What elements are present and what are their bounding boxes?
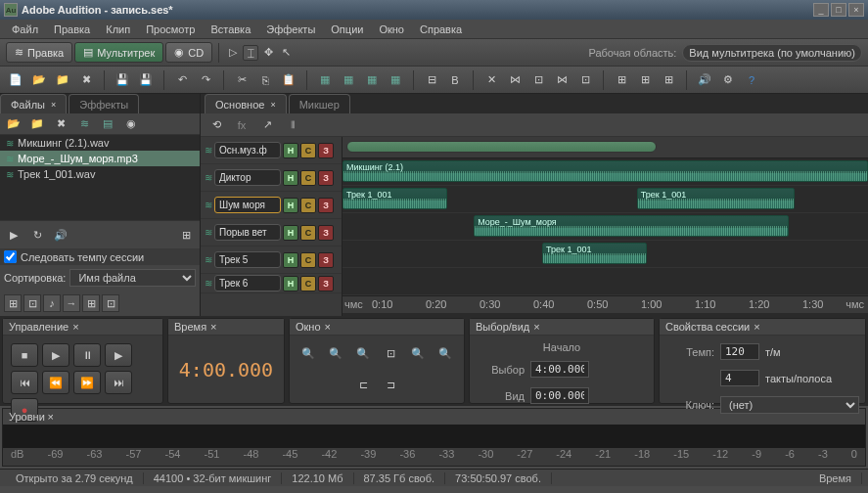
- menu-view[interactable]: Просмотр: [138, 22, 203, 37]
- group2-icon[interactable]: ▦: [339, 70, 358, 90]
- view-start-input[interactable]: [530, 387, 589, 404]
- track-header[interactable]: ≋Диктор НСЗ: [201, 164, 342, 192]
- close-icon[interactable]: ×: [51, 100, 56, 110]
- mode-cd-button[interactable]: ◉ CD: [165, 42, 212, 63]
- track-header[interactable]: ≋Трек 6 НСЗ: [201, 274, 342, 293]
- redo-icon[interactable]: ↷: [196, 70, 215, 90]
- send-icon[interactable]: ↗: [257, 115, 277, 135]
- selection-start-input[interactable]: [530, 361, 589, 378]
- minimize-button[interactable]: _: [813, 3, 829, 17]
- mode-edit-button[interactable]: ≋ Правка: [6, 42, 72, 63]
- select-tool-icon[interactable]: ↖: [278, 45, 294, 61]
- view4-icon[interactable]: →: [63, 294, 80, 312]
- options-icon[interactable]: ⊞: [176, 225, 196, 245]
- trim-icon[interactable]: ⊟: [422, 70, 441, 90]
- snap-icon[interactable]: ⊞: [612, 70, 631, 90]
- cd-add-icon[interactable]: ◉: [121, 114, 141, 134]
- fx4-icon[interactable]: ⋈: [552, 70, 571, 90]
- multi-icon[interactable]: ▤: [98, 114, 117, 134]
- stop-button[interactable]: ■: [11, 343, 38, 367]
- menu-insert[interactable]: Вставка: [203, 22, 258, 37]
- save-icon[interactable]: 💾: [113, 70, 132, 90]
- record-button[interactable]: З: [318, 143, 334, 158]
- timeline-scrollbar[interactable]: [343, 137, 868, 158]
- play-button[interactable]: ▶: [42, 343, 69, 367]
- paste-icon[interactable]: 📋: [279, 70, 298, 90]
- track-header[interactable]: ≋ Осн.муз.ф Н С З: [201, 137, 342, 164]
- move-tool-icon[interactable]: ✥: [260, 45, 276, 61]
- open-icon[interactable]: 📂: [29, 70, 49, 90]
- close-item-icon[interactable]: ✖: [51, 114, 70, 134]
- zoom-out-h-icon[interactable]: 🔍: [326, 343, 345, 363]
- time-ruler[interactable]: чмс 0:100:200:300:400:501:001:101:201:30…: [343, 295, 868, 313]
- solo-button[interactable]: С: [300, 143, 316, 158]
- mode-multitrack-button[interactable]: ▤ Мультитрек: [74, 42, 163, 63]
- menu-file[interactable]: Файл: [4, 22, 46, 37]
- group-icon[interactable]: ▦: [315, 70, 335, 90]
- stop-preview-icon[interactable]: 🔊: [51, 225, 70, 245]
- audio-clip[interactable]: Трек 1_001: [343, 188, 447, 209]
- save-all-icon[interactable]: 💾: [136, 70, 156, 90]
- file-item[interactable]: ≋Море_-_Шум_моря.mp3: [0, 151, 200, 166]
- fx3-icon[interactable]: ⊡: [528, 70, 548, 90]
- file-item[interactable]: ≋Трек 1_001.wav: [0, 166, 200, 182]
- track-header[interactable]: ≋Порыв вет НСЗ: [201, 219, 342, 246]
- cursor-tool-icon[interactable]: ▷: [225, 45, 241, 61]
- pause-button[interactable]: ⏸: [73, 343, 101, 367]
- workspace-select[interactable]: Вид мультитрека (по умолчанию): [682, 44, 862, 62]
- timeline[interactable]: Микшинг (2.1)Трек 1_001Трек 1_001Море_-_…: [343, 137, 868, 316]
- view6-icon[interactable]: ⊡: [102, 294, 119, 312]
- menu-effects[interactable]: Эффекты: [258, 22, 323, 37]
- help-icon[interactable]: ?: [742, 70, 761, 90]
- zoom-left-icon[interactable]: ⊏: [353, 376, 373, 395]
- play-loop-button[interactable]: ▶: [105, 343, 132, 367]
- forward-button[interactable]: ⏩: [73, 371, 101, 394]
- beats-input[interactable]: [720, 370, 759, 386]
- close-icon[interactable]: ×: [48, 411, 54, 423]
- close-icon[interactable]: ×: [72, 321, 78, 333]
- fx-icon[interactable]: fx: [232, 115, 251, 135]
- track-header[interactable]: ≋Трек 5 НСЗ: [201, 246, 342, 274]
- audio-clip[interactable]: Трек 1_001: [542, 243, 647, 264]
- cut-icon[interactable]: ✂: [232, 70, 251, 90]
- view1-icon[interactable]: ⊞: [4, 294, 22, 312]
- view3-icon[interactable]: ♪: [43, 294, 61, 312]
- file-item[interactable]: ≋Микшинг (2.1).wav: [0, 135, 200, 151]
- ibeam-tool-icon[interactable]: ⌶: [243, 45, 258, 61]
- maximize-button[interactable]: □: [831, 3, 846, 17]
- snap3-icon[interactable]: ⊞: [659, 70, 678, 90]
- loop-mode-icon[interactable]: ⟲: [206, 115, 226, 135]
- zoom-sel-icon[interactable]: ⊡: [381, 343, 400, 363]
- tab-main[interactable]: Основное×: [205, 94, 287, 113]
- snap2-icon[interactable]: ⊞: [635, 70, 655, 90]
- loop-icon[interactable]: ↻: [27, 225, 47, 245]
- tab-mixer[interactable]: Микшер: [289, 94, 350, 113]
- bold-icon[interactable]: B: [445, 70, 465, 90]
- close-button[interactable]: ×: [848, 3, 864, 17]
- follow-tempo-checkbox[interactable]: Следовать темпу сессии: [0, 248, 200, 265]
- undo-icon[interactable]: ↶: [172, 70, 192, 90]
- tab-files[interactable]: Файлы×: [0, 94, 67, 113]
- eq-icon[interactable]: ⫴: [283, 115, 302, 135]
- fx5-icon[interactable]: ⊡: [575, 70, 595, 90]
- new-icon[interactable]: 📄: [6, 70, 25, 90]
- import-icon[interactable]: 📂: [4, 114, 23, 134]
- menu-options[interactable]: Опции: [323, 22, 371, 37]
- open2-icon[interactable]: 📁: [53, 70, 72, 90]
- audio-clip[interactable]: Трек 1_001: [637, 188, 795, 209]
- tempo-input[interactable]: [720, 343, 759, 360]
- play-preview-icon[interactable]: ▶: [4, 225, 23, 245]
- sort-select[interactable]: Имя файла: [69, 269, 196, 287]
- audio-clip[interactable]: Микшинг (2.1): [343, 160, 868, 182]
- zoom-in-h-icon[interactable]: 🔍: [298, 343, 318, 363]
- group3-icon[interactable]: ▦: [362, 70, 382, 90]
- copy-icon[interactable]: ⎘: [255, 70, 275, 90]
- fx2-icon[interactable]: ⋈: [505, 70, 525, 90]
- import2-icon[interactable]: 📁: [27, 114, 47, 134]
- zoom-full-icon[interactable]: 🔍: [353, 343, 373, 363]
- fx1-icon[interactable]: ✕: [481, 70, 501, 90]
- key-select[interactable]: (нет): [720, 396, 859, 414]
- go-end-button[interactable]: ⏭: [105, 371, 132, 394]
- go-start-button[interactable]: ⏮: [11, 371, 38, 394]
- view2-icon[interactable]: ⊡: [23, 294, 41, 312]
